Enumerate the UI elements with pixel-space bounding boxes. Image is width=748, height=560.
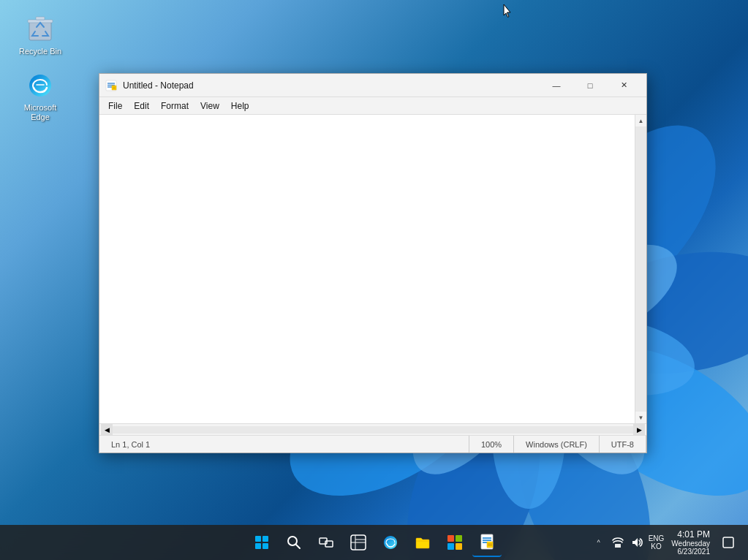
svg-rect-49 <box>487 542 493 548</box>
close-button[interactable]: ✕ <box>607 74 641 97</box>
svg-rect-29 <box>255 536 261 542</box>
start-button[interactable] <box>247 528 276 557</box>
h-scroll-track[interactable] <box>113 426 633 434</box>
recycle-bin-icon[interactable]: Recycle Bin <box>15 15 66 56</box>
notification-center-button[interactable] <box>717 531 739 553</box>
clock-date: Wednesday6/23/2021 <box>671 540 710 556</box>
svg-rect-31 <box>255 543 261 549</box>
svg-rect-30 <box>262 536 268 542</box>
scroll-track[interactable] <box>635 126 646 412</box>
svg-point-33 <box>288 537 297 545</box>
window-titlebar: Untitled - Notepad — □ ✕ <box>99 74 646 97</box>
svg-rect-42 <box>456 535 462 542</box>
window-title: Untitled - Notepad <box>123 80 540 91</box>
recycle-bin-label: Recycle Bin <box>19 47 61 56</box>
notepad-window: Untitled - Notepad — □ ✕ File Edit Forma… <box>99 73 647 453</box>
line-ending: Windows (CRLF) <box>514 436 600 453</box>
menu-file[interactable]: File <box>102 99 128 113</box>
menu-help[interactable]: Help <box>225 99 255 113</box>
mouse-cursor <box>503 4 512 18</box>
edge-taskbar-icon[interactable] <box>376 528 405 557</box>
edge-label: MicrosoftEdge <box>24 103 57 122</box>
menu-view[interactable]: View <box>194 99 225 113</box>
edge-image <box>26 71 55 100</box>
notepad-content-area: ▲ ▼ <box>99 115 646 423</box>
window-controls: — □ ✕ <box>540 74 641 97</box>
taskbar: ^ ENG KO <box>0 525 748 560</box>
desktop-icons: Recycle Bin M <box>15 15 66 123</box>
scroll-left-button[interactable]: ◀ <box>101 424 113 436</box>
notepad-app-icon <box>105 80 117 91</box>
menu-bar: File Edit Format View Help <box>99 97 646 115</box>
scroll-right-button[interactable]: ▶ <box>633 424 645 436</box>
maximize-button[interactable]: □ <box>573 74 607 97</box>
svg-rect-53 <box>723 537 733 548</box>
vertical-scrollbar[interactable]: ▲ ▼ <box>635 115 646 423</box>
file-explorer-button[interactable] <box>408 528 437 557</box>
scroll-up-button[interactable]: ▲ <box>635 115 647 126</box>
status-bar: Ln 1, Col 1 100% Windows (CRLF) UTF-8 <box>99 435 646 453</box>
taskbar-right: ^ ENG KO <box>592 528 739 557</box>
widgets-button[interactable] <box>344 528 373 557</box>
recycle-bin-image <box>26 15 55 44</box>
task-view-button[interactable] <box>311 528 341 557</box>
svg-rect-52 <box>615 544 621 548</box>
svg-rect-21 <box>36 17 45 20</box>
notepad-taskbar-icon[interactable] <box>472 528 502 557</box>
notepad-textarea[interactable] <box>99 115 635 423</box>
cursor-position: Ln 1, Col 1 <box>99 436 469 453</box>
svg-rect-26 <box>112 86 116 90</box>
menu-edit[interactable]: Edit <box>128 99 155 113</box>
speaker-icon[interactable] <box>630 535 644 550</box>
clock-time: 4:01 PM <box>671 529 710 540</box>
lang-secondary: KO <box>649 542 665 550</box>
microsoft-edge-icon[interactable]: MicrosoftEdge <box>15 71 66 122</box>
system-clock[interactable]: 4:01 PM Wednesday6/23/2021 <box>668 528 713 557</box>
language-indicator[interactable]: ENG KO <box>649 534 665 550</box>
menu-format[interactable]: Format <box>155 99 194 113</box>
search-button[interactable] <box>279 528 309 557</box>
encoding: UTF-8 <box>600 436 646 453</box>
desktop: Recycle Bin M <box>0 0 748 560</box>
scroll-down-button[interactable]: ▼ <box>635 412 647 423</box>
svg-rect-44 <box>456 543 462 550</box>
svg-rect-32 <box>262 543 268 549</box>
lang-primary: ENG <box>649 534 665 542</box>
svg-rect-43 <box>447 543 454 550</box>
network-icon[interactable] <box>611 535 625 550</box>
svg-rect-19 <box>29 21 51 40</box>
svg-rect-41 <box>447 535 454 542</box>
zoom-level: 100% <box>469 436 514 453</box>
show-hidden-icons[interactable]: ^ <box>592 535 606 550</box>
store-button[interactable] <box>440 528 469 557</box>
svg-line-34 <box>296 545 300 548</box>
taskbar-center <box>247 528 502 557</box>
minimize-button[interactable]: — <box>540 74 573 97</box>
horizontal-scrollbar[interactable]: ◀ ▶ <box>99 423 646 435</box>
